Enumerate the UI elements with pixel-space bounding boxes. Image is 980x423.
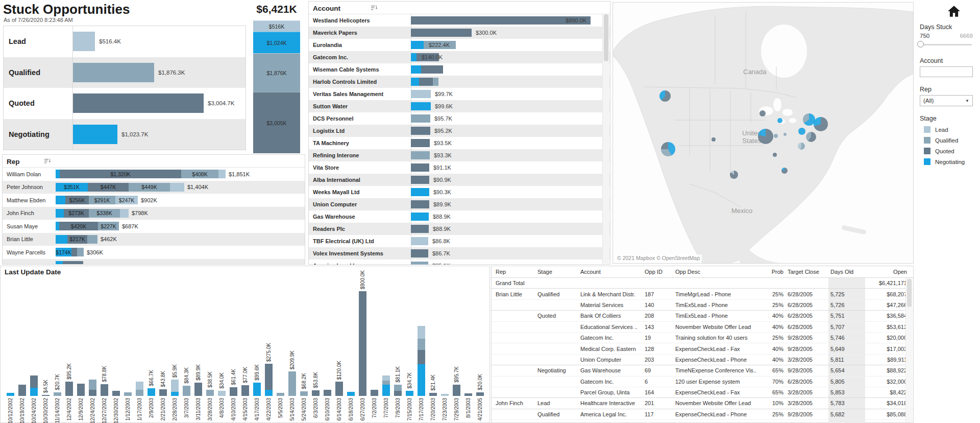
map-bubble[interactable] [758,129,773,144]
table-row[interactable]: QualifiedAmerica Legal Inc.117ExpenseChe… [492,409,913,419]
update-bar[interactable]: $120.0K6/14/2003 [333,266,345,422]
update-bar[interactable]: $38.5K3/28/2003 [204,266,216,422]
update-bar[interactable]: 12/24/2002 [87,266,99,422]
scrollbar-thumb[interactable] [907,279,912,307]
total-bar-segment[interactable]: $516K [253,20,300,32]
rep-bar-segment[interactable] [56,209,64,218]
update-bar[interactable]: $78.8K12/27/2002 [99,266,110,422]
update-bar[interactable]: $99.6K4/17/2003 [251,266,263,422]
update-bar[interactable]: $77.0K4/15/2003 [239,266,251,422]
days-stuck-slider-handle[interactable] [917,41,924,48]
update-bar[interactable]: $53.8K6/3/2003 [310,266,322,422]
rep-bar-segment[interactable]: $449K [129,183,170,192]
table-row[interactable]: Brian LittleQualifiedLink & Merchant Dis… [492,288,913,299]
stage-bar[interactable] [72,32,95,51]
rep-bar-segment[interactable]: $408K [181,170,218,178]
stage-legend-item[interactable]: Quoted [920,146,965,156]
rep-bar-segment[interactable]: $351K [56,183,88,192]
stage-legend-item[interactable]: Qualified [920,135,965,146]
rep-bar-segment[interactable]: $273K [64,209,89,218]
account-bar-segment[interactable] [411,176,429,184]
rep-bar-segment[interactable] [218,170,226,178]
total-bar-segment[interactable]: $3,005K [253,92,300,153]
scrollbar-thumb[interactable] [604,14,608,61]
account-bar-segment[interactable] [411,213,429,221]
stage-bar[interactable] [72,93,204,113]
account-bar-segment[interactable] [411,29,472,37]
table-row[interactable]: John FinchLeadHealthcare Interactive201N… [492,397,913,408]
map-bubble[interactable] [781,168,788,174]
account-bar-segment[interactable] [411,188,429,196]
rep-bar-segment[interactable] [56,196,65,204]
update-bar[interactable]: $275.0K4/22/2003 [263,266,275,422]
update-bar[interactable]: $20.0K4/21/2005 [474,266,486,422]
rep-bar-segment[interactable]: $1,320K [60,170,181,178]
total-bar-segment[interactable]: $1,024K [253,32,300,53]
table-row[interactable]: Material Services140TimEx5Lead - Phone25… [492,299,913,310]
update-bar[interactable]: 7/2/2003 [369,266,380,422]
map-bubble[interactable] [798,143,805,150]
account-bar-segment[interactable] [411,262,428,265]
map-bubble[interactable] [777,118,782,123]
home-button[interactable] [945,3,963,19]
update-bar[interactable]: 10/24/2002 [28,266,40,422]
table-row[interactable]: Parcel Group, Uinta164ExpenseCheckLead -… [492,387,913,397]
account-filter-input[interactable] [920,66,973,77]
rep-filter-select[interactable]: (All) ▼ [920,95,973,106]
sort-icon[interactable] [371,4,378,13]
update-bar[interactable]: $61.4K4/10/2003 [228,266,239,422]
account-bar-segment[interactable] [411,114,430,123]
update-bar[interactable]: 1/12/2003 [122,266,134,422]
days-stuck-slider-track[interactable] [921,44,972,45]
stage-bar[interactable] [72,125,117,144]
map-bubble[interactable] [661,142,675,156]
rep-bar-segment[interactable] [120,209,129,218]
account-bar-segment[interactable] [411,90,431,98]
update-bar[interactable]: $84.3K3/7/2003 [181,266,192,422]
table-row[interactable]: Medical Corp. Eastern128ExpenseCheckLead… [492,343,913,354]
update-bar[interactable]: 7/17/2003 [415,266,427,422]
account-bar-segment[interactable] [411,65,421,74]
update-bar[interactable]: 8/1/2003 [462,266,474,422]
account-bar-segment[interactable] [411,200,429,208]
map-bubble[interactable] [814,117,828,131]
rep-bar-segment[interactable] [87,235,97,244]
update-bar[interactable]: 1/17/2003 [134,266,145,422]
table-row[interactable]: QuotedBank Of Colliers208TimEx5Lead - Ph… [492,310,913,321]
update-bar[interactable]: $900.0K6/27/2003 [357,266,369,422]
update-bar[interactable]: $81.1K7/9/2003 [392,266,404,422]
map-panel[interactable]: Canada United States Mexico © 2021 Mapbo… [612,2,914,264]
map-bubble[interactable] [774,134,778,138]
total-bar-segment[interactable]: $1,876K [253,53,300,92]
account-bar-segment[interactable] [411,78,419,86]
update-bar[interactable]: $5.9K2/28/2003 [169,266,181,422]
account-bar-segment[interactable] [433,78,438,86]
rep-bar-segment[interactable] [56,261,63,264]
update-bar[interactable]: 6/18/2003 [345,266,357,422]
account-bar-segment[interactable] [411,41,424,49]
account-bar-segment[interactable] [411,249,428,257]
rep-bar-segment[interactable] [56,170,60,178]
account-bar-segment[interactable] [411,237,428,245]
table-row[interactable]: Union Computer203ExpenseCheckLead - Phon… [492,354,913,365]
table-row[interactable]: Gatecom Inc.19Training solution for 40 u… [492,332,913,343]
update-bar[interactable]: 12/30/2002 [110,266,122,422]
rep-bar-segment[interactable]: $174K [56,248,71,256]
update-bar[interactable]: 10/19/2002 [16,266,28,422]
stage-legend-item[interactable]: Lead [920,124,965,135]
update-bar[interactable]: $21.4K7/20/2003 [427,266,439,422]
update-bar[interactable]: $209.9K5/14/2003 [286,266,298,422]
table-row[interactable]: Grand Total$6,421,171 [492,278,913,288]
rep-bar-segment[interactable] [77,248,84,256]
map-bubble[interactable] [806,132,816,142]
account-bar-segment[interactable] [411,163,429,172]
rep-bar-segment[interactable] [63,261,83,264]
update-bar[interactable]: 10/12/2002 [5,266,16,422]
update-bar[interactable]: $89.9K3/11/2003 [192,266,204,422]
map-bubble[interactable] [760,110,766,116]
account-bar-segment[interactable] [411,139,430,147]
update-bar[interactable]: $95.2K12/4/2002 [63,266,75,422]
account-bar-segment[interactable] [411,225,429,233]
rep-bar-segment[interactable]: $217K [67,235,87,244]
account-bar-segment[interactable] [411,151,430,159]
